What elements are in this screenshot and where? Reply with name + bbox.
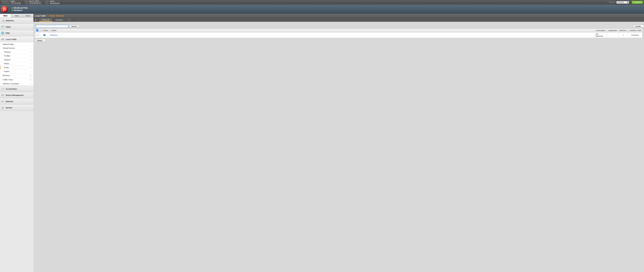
nav-item-network-map[interactable]: Network Map [0, 42, 33, 46]
nav-item-virtual-servers[interactable]: Virtual Servers▸ [0, 46, 33, 50]
plus-icon: + [29, 74, 32, 77]
role-value: Administrator [50, 2, 60, 5]
cell-description: GO Backend [595, 32, 606, 38]
nav-item-policies[interactable]: Policies▸ [0, 50, 33, 54]
chevron-right-icon: ▸ [31, 71, 32, 72]
chevron-right-icon: ▸ [31, 63, 32, 64]
column-members[interactable]: Members [618, 29, 628, 32]
nav-local-traffic-label: Local Traffic [6, 38, 17, 40]
nav-item-address-translation[interactable]: Address Translation▸ [0, 82, 33, 86]
status-marker-icon [12, 7, 12, 9]
status-unknown-icon [44, 34, 45, 36]
tab-about[interactable]: About [22, 14, 33, 17]
time-value: 12:00 AM (PST) [29, 2, 41, 5]
search-input[interactable] [35, 25, 68, 28]
network-icon [1, 100, 4, 103]
hostname-label: Hostname: [2, 0, 10, 2]
breadcrumb: Local Traffic ›› Pools : Pool List [33, 14, 644, 18]
column-application[interactable]: ◆Application [606, 29, 618, 32]
nav-iapps-label: iApps [6, 26, 11, 28]
system-icon [1, 106, 4, 109]
chevron-down-icon[interactable]: ▼ [40, 30, 43, 32]
iapps-icon [1, 25, 4, 29]
nav-iapps[interactable]: iApps [0, 24, 33, 30]
nav-item-ciphers[interactable]: Ciphers▸ [0, 58, 33, 62]
logout-button[interactable]: Log out [632, 1, 643, 4]
svg-point-15 [2, 101, 3, 102]
chevron-right-icon: ▸ [31, 83, 32, 85]
nav-statistics[interactable]: Statistics [0, 18, 33, 24]
breadcrumb-separator: ›› [47, 15, 48, 17]
partition-area: Partition: Common [607, 0, 631, 5]
nav-dns[interactable]: DNS [0, 30, 33, 36]
statistics-icon [1, 19, 4, 22]
nav-acceleration[interactable]: Acceleration [0, 86, 33, 92]
column-select-all[interactable] [35, 29, 40, 32]
device-management-icon [1, 93, 4, 97]
gear-icon: ⚙ [34, 19, 36, 21]
svg-rect-8 [3, 39, 4, 40]
members-link[interactable]: 1 [622, 34, 624, 36]
cell-application [606, 32, 618, 38]
column-description[interactable]: ◆Description [595, 29, 606, 32]
column-partition[interactable]: ◆Partition / Path [628, 29, 642, 32]
chevron-right-icon: ▸ [31, 51, 32, 53]
user-info: User:admin Role:Administrator [43, 0, 62, 5]
nav-network[interactable]: Network [0, 98, 33, 104]
nav-network-label: Network [6, 100, 13, 102]
content-tabs: ⚙▼ Pool List Statistics↗ [33, 18, 644, 22]
nav-acceleration-label: Acceleration [6, 88, 17, 90]
partition-label: Partition: [609, 1, 615, 3]
chevron-down-icon: ▼ [37, 19, 38, 21]
select-all-checkbox[interactable] [36, 29, 38, 31]
breadcrumb-section: Local Traffic [35, 15, 46, 17]
chevron-right-icon: ▸ [31, 67, 32, 68]
content-body: Create... Search ▼ Status ▲Name ◆Descrip… [33, 22, 644, 44]
status-marker-icon [12, 10, 12, 11]
nav-item-monitors[interactable]: Monitors+ [0, 73, 33, 78]
sort-asc-icon: ▲ [50, 30, 52, 31]
sort-icon: ◆ [596, 30, 597, 31]
nav-statistics-label: Statistics [6, 20, 14, 22]
nav-item-irules[interactable]: iRules▸ [0, 62, 33, 66]
tab-main[interactable]: Main [0, 14, 11, 17]
breadcrumb-current: Pools : Pool List [50, 15, 64, 17]
sidebar: Main Help About Statistics iApps DNS [0, 14, 33, 272]
svg-rect-3 [2, 26, 2, 27]
row-checkbox[interactable] [36, 34, 38, 36]
nav-item-traffic-class[interactable]: Traffic Class+ [0, 78, 33, 82]
svg-rect-11 [2, 94, 4, 95]
ip-value: 172.16.40.84 [11, 2, 21, 5]
chevron-right-icon: ▸ [31, 47, 32, 49]
sort-icon: ◆ [608, 30, 609, 31]
nav-item-pools[interactable]: Pools▸ [0, 66, 33, 70]
partition-select[interactable]: Common [616, 1, 629, 4]
user-value: admin [50, 0, 54, 2]
dns-icon [1, 31, 4, 35]
date-label: Date [25, 0, 28, 2]
nav-local-traffic[interactable]: Local Traffic [0, 36, 33, 42]
table-row: Backend GO Backend 1 Common [35, 32, 642, 38]
nav-item-profiles[interactable]: Profiles▸ [0, 54, 33, 58]
nav-device-management[interactable]: Device Management [0, 92, 33, 98]
sort-icon: ◆ [629, 30, 630, 31]
date-value: Jan 21, 2020 [29, 0, 39, 2]
column-status[interactable]: ▼ Status [40, 29, 49, 32]
settings-gear-tab[interactable]: ⚙▼ [33, 18, 39, 22]
popout-icon[interactable]: ↗ [68, 19, 70, 21]
column-name[interactable]: ▲Name [49, 29, 595, 32]
tab-pool-list[interactable]: Pool List [39, 18, 52, 22]
svg-rect-2 [1, 26, 4, 28]
nav-system-label: System [6, 107, 12, 109]
nav-item-nodes[interactable]: Nodes▸ [0, 70, 33, 73]
f5-logo: f5 [1, 6, 8, 13]
tab-statistics[interactable]: Statistics↗ [52, 18, 74, 22]
svg-rect-7 [1, 39, 2, 40]
tab-help[interactable]: Help [11, 14, 22, 17]
pool-name-link[interactable]: Backend [50, 34, 58, 36]
datetime-info: DateJan 21, 2020 Time12:00 AM (PST) [23, 0, 43, 5]
create-button[interactable]: Create... [633, 25, 644, 28]
delete-button[interactable]: Delete... [35, 39, 46, 42]
nav-system[interactable]: System [0, 105, 33, 111]
search-button[interactable]: Search [70, 25, 79, 28]
